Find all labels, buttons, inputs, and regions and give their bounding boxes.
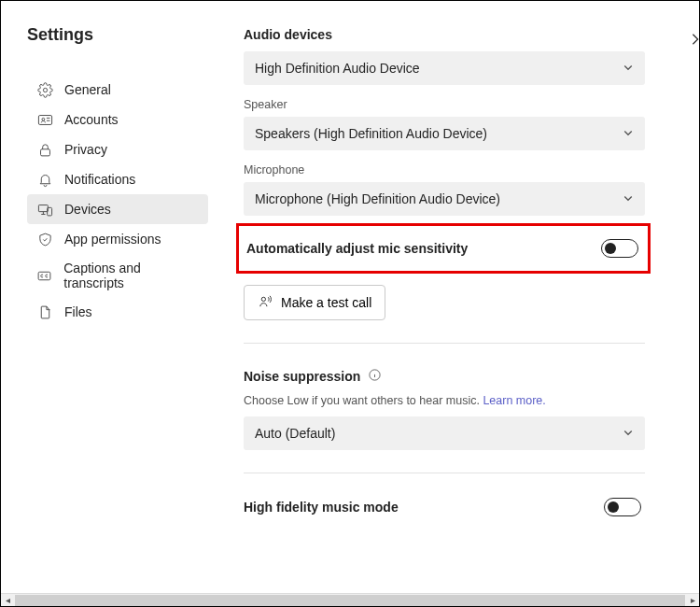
make-test-call-label: Make a test call xyxy=(281,295,371,310)
audio-device-select[interactable]: High Definition Audio Device xyxy=(244,51,645,85)
auto-mic-toggle[interactable] xyxy=(601,239,638,258)
scroll-right-arrow[interactable]: ▸ xyxy=(686,594,699,607)
noise-suppression-select[interactable]: Auto (Default) xyxy=(244,416,645,450)
separator xyxy=(244,473,645,473)
sidebar-item-devices[interactable]: Devices xyxy=(27,194,208,224)
noise-suppression-subtitle: Choose Low if you want others to hear mu… xyxy=(244,394,645,407)
audio-device-select-value: High Definition Audio Device xyxy=(255,61,420,76)
horizontal-scrollbar[interactable]: ◂ ▸ xyxy=(1,593,699,606)
chevron-down-icon xyxy=(623,126,634,141)
microphone-select[interactable]: Microphone (High Definition Audio Device… xyxy=(244,182,645,216)
id-card-icon xyxy=(36,111,53,128)
settings-sidebar: General Accounts Privacy xyxy=(27,75,208,327)
svg-rect-6 xyxy=(38,272,50,280)
sidebar-item-general[interactable]: General xyxy=(27,75,208,105)
file-icon xyxy=(36,304,53,320)
sidebar-item-label: App permissions xyxy=(64,232,161,247)
auto-mic-label: Automatically adjust mic sensitivity xyxy=(246,241,468,256)
shield-icon xyxy=(36,231,53,247)
sidebar-item-files[interactable]: Files xyxy=(27,297,208,327)
noise-suppression-select-value: Auto (Default) xyxy=(255,426,335,441)
sidebar-item-label: Accounts xyxy=(64,112,119,127)
chevron-down-icon xyxy=(623,426,634,441)
svg-point-0 xyxy=(43,88,47,92)
sidebar-item-label: Files xyxy=(64,304,92,319)
cc-icon xyxy=(36,267,52,284)
lock-icon xyxy=(36,141,53,158)
sidebar-item-label: General xyxy=(64,82,111,97)
speaker-label: Speaker xyxy=(244,98,645,111)
info-icon[interactable] xyxy=(368,368,382,385)
noise-suppression-title: Noise suppression xyxy=(244,369,360,384)
svg-rect-4 xyxy=(38,205,48,211)
hifi-toggle[interactable] xyxy=(604,498,641,516)
make-test-call-button[interactable]: Make a test call xyxy=(244,285,385,320)
chevron-down-icon xyxy=(623,61,634,76)
separator xyxy=(244,343,645,344)
sidebar-item-privacy[interactable]: Privacy xyxy=(27,134,208,164)
bell-icon xyxy=(36,171,53,188)
microphone-select-value: Microphone (High Definition Audio Device… xyxy=(255,191,500,206)
close-chevron-icon[interactable] xyxy=(689,29,699,50)
svg-point-7 xyxy=(261,297,265,301)
sidebar-item-notifications[interactable]: Notifications xyxy=(27,164,208,194)
noise-suppression-learn-more-link[interactable]: Learn more. xyxy=(483,394,545,407)
audio-devices-title: Audio devices xyxy=(244,27,645,42)
page-title: Settings xyxy=(27,25,236,45)
svg-rect-1 xyxy=(38,115,51,124)
scrollbar-track[interactable] xyxy=(15,595,685,606)
phone-desktop-icon xyxy=(36,201,53,218)
person-voice-icon xyxy=(258,293,273,312)
highlight-annotation: Automatically adjust mic sensitivity xyxy=(236,223,651,274)
sidebar-item-label: Notifications xyxy=(64,172,135,187)
gear-icon xyxy=(36,81,53,98)
sidebar-item-label: Privacy xyxy=(64,142,107,157)
chevron-down-icon xyxy=(623,191,634,206)
hifi-label: High fidelity music mode xyxy=(244,500,399,515)
speaker-select[interactable]: Speakers (High Definition Audio Device) xyxy=(244,117,645,150)
speaker-select-value: Speakers (High Definition Audio Device) xyxy=(255,126,487,141)
sidebar-item-accounts[interactable]: Accounts xyxy=(27,105,208,134)
microphone-label: Microphone xyxy=(244,163,645,176)
sidebar-item-label: Devices xyxy=(64,202,111,217)
sidebar-item-label: Captions and transcripts xyxy=(63,261,199,290)
svg-point-2 xyxy=(41,118,44,120)
scroll-left-arrow[interactable]: ◂ xyxy=(1,594,14,607)
sidebar-item-app-permissions[interactable]: App permissions xyxy=(27,224,208,254)
svg-rect-3 xyxy=(40,148,49,155)
sidebar-item-captions[interactable]: Captions and transcripts xyxy=(27,254,208,297)
